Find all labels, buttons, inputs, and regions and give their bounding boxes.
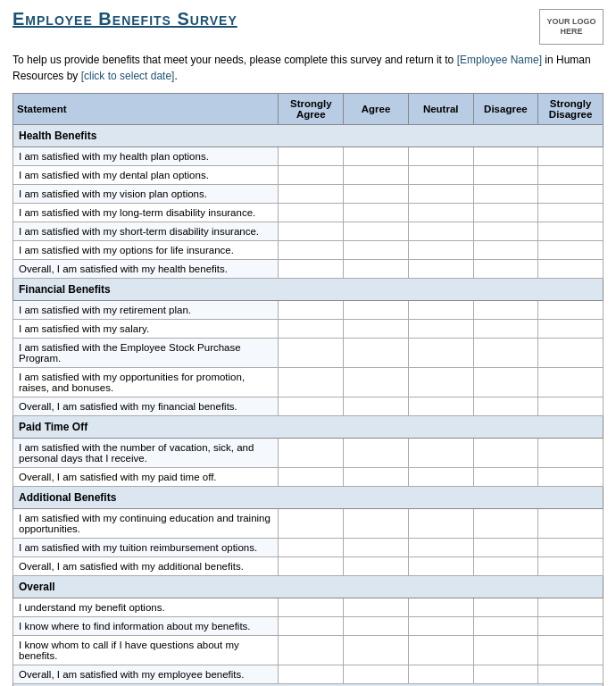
row-rating-cell[interactable] bbox=[473, 557, 538, 576]
row-rating-cell[interactable] bbox=[473, 439, 538, 468]
row-rating-cell[interactable] bbox=[279, 301, 344, 320]
row-rating-cell[interactable] bbox=[473, 260, 538, 279]
row-rating-cell[interactable] bbox=[408, 509, 473, 539]
row-rating-cell[interactable] bbox=[408, 636, 473, 665]
row-rating-cell[interactable] bbox=[279, 665, 344, 684]
row-rating-cell[interactable] bbox=[344, 260, 409, 279]
row-rating-cell[interactable] bbox=[279, 439, 344, 468]
row-rating-cell[interactable] bbox=[344, 368, 409, 397]
row-rating-cell[interactable] bbox=[279, 598, 344, 617]
row-rating-cell[interactable] bbox=[473, 147, 538, 166]
row-rating-cell[interactable] bbox=[344, 509, 409, 539]
row-rating-cell[interactable] bbox=[279, 557, 344, 576]
row-rating-cell[interactable] bbox=[279, 468, 344, 487]
row-rating-cell[interactable] bbox=[538, 185, 604, 204]
row-rating-cell[interactable] bbox=[344, 222, 409, 241]
row-rating-cell[interactable] bbox=[538, 301, 604, 320]
row-rating-cell[interactable] bbox=[538, 368, 604, 397]
row-rating-cell[interactable] bbox=[279, 185, 344, 204]
row-rating-cell[interactable] bbox=[538, 598, 604, 617]
row-rating-cell[interactable] bbox=[473, 539, 538, 557]
row-rating-cell[interactable] bbox=[279, 241, 344, 260]
row-rating-cell[interactable] bbox=[344, 339, 409, 368]
row-rating-cell[interactable] bbox=[473, 468, 538, 487]
row-rating-cell[interactable] bbox=[408, 222, 473, 241]
row-rating-cell[interactable] bbox=[408, 397, 473, 416]
row-rating-cell[interactable] bbox=[344, 147, 409, 166]
row-rating-cell[interactable] bbox=[408, 320, 473, 339]
row-rating-cell[interactable] bbox=[279, 204, 344, 222]
row-rating-cell[interactable] bbox=[473, 636, 538, 665]
row-rating-cell[interactable] bbox=[279, 166, 344, 185]
row-rating-cell[interactable] bbox=[538, 539, 604, 557]
row-rating-cell[interactable] bbox=[408, 665, 473, 684]
row-rating-cell[interactable] bbox=[473, 397, 538, 416]
row-rating-cell[interactable] bbox=[538, 397, 604, 416]
row-rating-cell[interactable] bbox=[344, 539, 409, 557]
row-rating-cell[interactable] bbox=[344, 241, 409, 260]
row-rating-cell[interactable] bbox=[279, 368, 344, 397]
row-rating-cell[interactable] bbox=[538, 468, 604, 487]
row-rating-cell[interactable] bbox=[538, 320, 604, 339]
row-rating-cell[interactable] bbox=[408, 301, 473, 320]
row-rating-cell[interactable] bbox=[344, 439, 409, 468]
employee-placeholder[interactable]: [Employee Name] bbox=[457, 54, 542, 66]
row-rating-cell[interactable] bbox=[538, 636, 604, 665]
row-rating-cell[interactable] bbox=[473, 185, 538, 204]
row-rating-cell[interactable] bbox=[473, 598, 538, 617]
row-rating-cell[interactable] bbox=[473, 241, 538, 260]
row-rating-cell[interactable] bbox=[344, 320, 409, 339]
row-rating-cell[interactable] bbox=[408, 598, 473, 617]
row-rating-cell[interactable] bbox=[279, 147, 344, 166]
row-rating-cell[interactable] bbox=[538, 617, 604, 636]
row-rating-cell[interactable] bbox=[473, 166, 538, 185]
row-rating-cell[interactable] bbox=[538, 166, 604, 185]
row-rating-cell[interactable] bbox=[408, 468, 473, 487]
row-rating-cell[interactable] bbox=[279, 260, 344, 279]
row-rating-cell[interactable] bbox=[408, 166, 473, 185]
row-rating-cell[interactable] bbox=[538, 509, 604, 539]
row-rating-cell[interactable] bbox=[408, 260, 473, 279]
row-rating-cell[interactable] bbox=[538, 204, 604, 222]
date-placeholder[interactable]: [click to select date] bbox=[81, 70, 175, 82]
row-rating-cell[interactable] bbox=[473, 339, 538, 368]
row-rating-cell[interactable] bbox=[408, 439, 473, 468]
row-rating-cell[interactable] bbox=[279, 539, 344, 557]
row-rating-cell[interactable] bbox=[473, 301, 538, 320]
row-rating-cell[interactable] bbox=[344, 636, 409, 665]
row-rating-cell[interactable] bbox=[473, 509, 538, 539]
row-rating-cell[interactable] bbox=[538, 665, 604, 684]
row-rating-cell[interactable] bbox=[279, 320, 344, 339]
row-rating-cell[interactable] bbox=[344, 468, 409, 487]
row-rating-cell[interactable] bbox=[344, 598, 409, 617]
row-rating-cell[interactable] bbox=[408, 204, 473, 222]
row-rating-cell[interactable] bbox=[344, 301, 409, 320]
row-rating-cell[interactable] bbox=[473, 320, 538, 339]
row-rating-cell[interactable] bbox=[344, 166, 409, 185]
row-rating-cell[interactable] bbox=[344, 617, 409, 636]
row-rating-cell[interactable] bbox=[538, 260, 604, 279]
row-rating-cell[interactable] bbox=[408, 539, 473, 557]
row-rating-cell[interactable] bbox=[408, 617, 473, 636]
row-rating-cell[interactable] bbox=[473, 368, 538, 397]
row-rating-cell[interactable] bbox=[344, 665, 409, 684]
row-rating-cell[interactable] bbox=[344, 204, 409, 222]
row-rating-cell[interactable] bbox=[279, 222, 344, 241]
row-rating-cell[interactable] bbox=[279, 397, 344, 416]
row-rating-cell[interactable] bbox=[408, 241, 473, 260]
row-rating-cell[interactable] bbox=[473, 204, 538, 222]
row-rating-cell[interactable] bbox=[408, 339, 473, 368]
row-rating-cell[interactable] bbox=[538, 557, 604, 576]
row-rating-cell[interactable] bbox=[344, 557, 409, 576]
row-rating-cell[interactable] bbox=[473, 617, 538, 636]
row-rating-cell[interactable] bbox=[408, 147, 473, 166]
row-rating-cell[interactable] bbox=[344, 397, 409, 416]
row-rating-cell[interactable] bbox=[538, 241, 604, 260]
row-rating-cell[interactable] bbox=[279, 617, 344, 636]
row-rating-cell[interactable] bbox=[279, 509, 344, 539]
row-rating-cell[interactable] bbox=[279, 636, 344, 665]
row-rating-cell[interactable] bbox=[279, 339, 344, 368]
row-rating-cell[interactable] bbox=[473, 665, 538, 684]
row-rating-cell[interactable] bbox=[344, 185, 409, 204]
row-rating-cell[interactable] bbox=[408, 185, 473, 204]
